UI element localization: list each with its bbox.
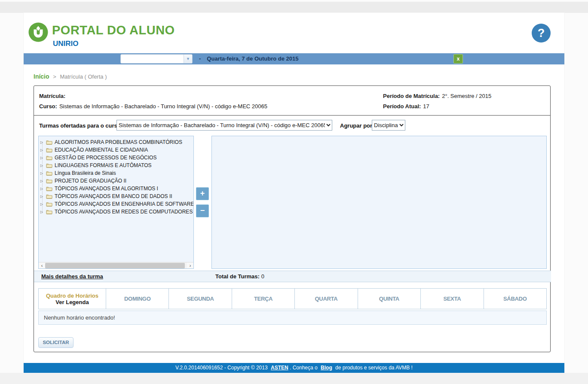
periodo-matricula-value: 2°. Semestre / 2015 xyxy=(442,93,491,99)
period-select[interactable]: ▼ xyxy=(120,54,193,64)
blog-link[interactable]: Blog xyxy=(321,365,332,371)
tree-horizontal-scrollbar: ‹ › xyxy=(39,262,193,269)
expand-arrow-icon[interactable]: ▷ xyxy=(40,171,45,175)
matricula-label: Matrícula: xyxy=(39,93,65,99)
total-classes: Total de Turmas:0 xyxy=(215,273,264,280)
day-header-cell: TERÇA xyxy=(232,289,294,309)
offered-classes-tree: ▷ ALGORITMOS PARA PROBLEMAS COMBINATÓRIO… xyxy=(38,136,194,269)
add-class-button[interactable]: + xyxy=(196,187,209,200)
footer-bar: V.2.0.201406091652 - Copyright © 2013 AS… xyxy=(24,363,564,373)
remove-class-button[interactable]: − xyxy=(196,204,209,217)
tree-item-label: EDUCAÇÃO AMBIENTAL E CIDADANIA xyxy=(55,147,148,153)
folder-icon xyxy=(46,186,52,191)
tree-item[interactable]: ▷ TÓPICOS AVANÇADOS EM ENGENHARIA DE SOF… xyxy=(40,200,194,208)
tree-item-label: TÓPICOS AVANÇADOS EM ENGENHARIA DE SOFTW… xyxy=(55,201,194,207)
solicitar-button[interactable]: SOLICITAR xyxy=(38,337,74,348)
course-select[interactable]: Sistemas de Informação - Bacharelado - T… xyxy=(116,120,332,131)
day-header-cell: SÁBADO xyxy=(484,289,546,309)
tree-item-label: LINGUAGENS FORMAIS E AUTÔMATOS xyxy=(55,162,152,168)
periodo-atual-label: Período Atual: xyxy=(383,103,421,110)
bottom-gray-strip xyxy=(0,373,588,384)
expand-arrow-icon[interactable]: ▷ xyxy=(40,140,45,144)
toolbar: ▼ -Quarta-feira, 7 de Outubro de 2015 x xyxy=(24,53,564,64)
tree-item[interactable]: ▷ TÓPICOS AVANÇADOS EM BANCO DE DADOS II xyxy=(40,192,194,200)
scroll-right-icon[interactable]: › xyxy=(187,262,193,269)
help-icon[interactable]: ? xyxy=(532,24,551,43)
curso-value: Sistemas de Informação - Bacharelado - T… xyxy=(59,103,267,110)
expand-arrow-icon[interactable]: ▷ xyxy=(40,187,45,191)
tree-item[interactable]: ▷ EDUCAÇÃO AMBIENTAL E CIDADANIA xyxy=(40,146,194,154)
selected-classes-pane xyxy=(211,136,547,269)
folder-icon xyxy=(46,209,52,214)
course-select-label: Turmas ofertadas para o curso xyxy=(39,122,121,129)
day-header-cell: DOMINGO xyxy=(106,289,169,309)
expand-arrow-icon[interactable]: ▷ xyxy=(40,210,45,214)
enrollment-info: Matrícula: Curso:Sistemas de Informação … xyxy=(34,86,550,116)
period-select-value xyxy=(121,55,184,63)
scrollbar-thumb[interactable] xyxy=(45,263,185,268)
tree-item-label: Língua Brasileira de Sinais xyxy=(55,170,116,176)
group-by-select[interactable]: Disciplina xyxy=(372,120,405,131)
tree-list: ▷ ALGORITMOS PARA PROBLEMAS COMBINATÓRIO… xyxy=(40,138,194,216)
tree-item[interactable]: ▷ PROJETO DE GRADUAÇÃO II xyxy=(40,177,194,185)
expand-arrow-icon[interactable]: ▷ xyxy=(40,202,45,206)
tree-item-label: GESTÃO DE PROCESSOS DE NEGÓCIOS xyxy=(55,155,156,161)
schedule-corner-cell: Quadro de Horários Ver Legenda xyxy=(39,289,106,309)
class-details-link[interactable]: Mais detalhes da turma xyxy=(41,273,103,280)
current-date: -Quarta-feira, 7 de Outubro de 2015 xyxy=(199,53,298,64)
footer-version: V.2.0.201406091652 - Copyright © 2013 xyxy=(175,365,268,371)
offer-controls: Turmas ofertadas para o curso Sistemas d… xyxy=(34,116,550,135)
content-card: PORTAL DO ALUNO UNIRIO ? ▼ -Quarta-feira… xyxy=(24,13,564,373)
chevron-down-icon: ▼ xyxy=(184,55,192,63)
empty-schedule-message: Nenhum horário encontrado! xyxy=(38,311,547,325)
tree-item[interactable]: ▷ ALGORITMOS PARA PROBLEMAS COMBINATÓRIO… xyxy=(40,138,194,146)
close-icon[interactable]: x xyxy=(453,54,463,64)
expand-arrow-icon[interactable]: ▷ xyxy=(40,156,45,160)
asten-link[interactable]: ASTEN xyxy=(271,365,288,371)
tree-item[interactable]: ▷ Língua Brasileira de Sinais xyxy=(40,169,194,177)
details-strip: Mais detalhes da turma Total de Turmas:0 xyxy=(34,271,551,282)
tree-item-label: PROJETO DE GRADUAÇÃO II xyxy=(55,178,126,184)
day-header-cell: SEGUNDA xyxy=(169,289,232,309)
curso-label: Curso: xyxy=(39,103,57,110)
tree-item-label: TÓPICOS AVANÇADOS EM REDES DE COMPUTADOR… xyxy=(55,209,193,215)
breadcrumb-separator: > xyxy=(53,73,56,80)
schedule-title: Quadro de Horários xyxy=(39,293,106,299)
tree-item-label: TÓPICOS AVANÇADOS EM ALGORITMOS I xyxy=(55,186,158,192)
group-by-label: Agrupar por xyxy=(340,122,372,129)
expand-arrow-icon[interactable]: ▷ xyxy=(40,195,45,198)
footer-end-text: de produtos e serviços da AVMB ! xyxy=(335,365,413,371)
day-header-cell: QUINTA xyxy=(358,289,420,309)
day-header-cell: SEXTA xyxy=(421,289,484,309)
breadcrumb-current: Matrícula ( Oferta ) xyxy=(60,73,107,80)
folder-icon xyxy=(46,178,52,183)
folder-icon xyxy=(46,171,52,176)
footer-middle-text: . Conheça o xyxy=(290,365,318,371)
folder-icon xyxy=(46,201,52,207)
folder-icon xyxy=(46,140,52,145)
folder-icon xyxy=(46,147,52,152)
tree-item[interactable]: ▷ TÓPICOS AVANÇADOS EM ALGORITMOS I xyxy=(40,185,194,192)
tree-item-label: ALGORITMOS PARA PROBLEMAS COMBINATÓRIOS xyxy=(55,139,182,145)
scrollbar-track[interactable] xyxy=(45,262,187,269)
page-title: PORTAL DO ALUNO xyxy=(52,23,175,37)
expand-arrow-icon[interactable]: ▷ xyxy=(40,179,45,183)
scroll-left-icon[interactable]: ‹ xyxy=(39,262,45,269)
tree-item[interactable]: ▷ GESTÃO DE PROCESSOS DE NEGÓCIOS xyxy=(40,154,194,162)
day-header-cell: QUARTA xyxy=(295,289,358,309)
breadcrumb: Início > Matrícula ( Oferta ) xyxy=(34,73,107,80)
tree-item[interactable]: ▷ LINGUAGENS FORMAIS E AUTÔMATOS xyxy=(40,162,194,169)
tree-item[interactable]: ▷ TÓPICOS AVANÇADOS EM REDES DE COMPUTAD… xyxy=(40,208,194,216)
folder-icon xyxy=(46,155,52,160)
tree-item-label: TÓPICOS AVANÇADOS EM BANCO DE DADOS II xyxy=(55,193,172,199)
unirio-logo-icon xyxy=(28,22,48,42)
institution-name: UNIRIO xyxy=(53,40,79,48)
expand-arrow-icon[interactable]: ▷ xyxy=(40,148,45,152)
top-gray-strip xyxy=(0,2,588,13)
schedule-header-row: Quadro de Horários Ver Legenda DOMINGOSE… xyxy=(39,289,547,309)
periodo-atual-value: 17 xyxy=(423,103,429,110)
expand-arrow-icon[interactable]: ▷ xyxy=(40,164,45,168)
breadcrumb-home-link[interactable]: Início xyxy=(34,73,49,80)
periodo-matricula-label: Período de Matrícula: xyxy=(383,93,440,99)
legend-link[interactable]: Ver Legenda xyxy=(39,299,106,305)
